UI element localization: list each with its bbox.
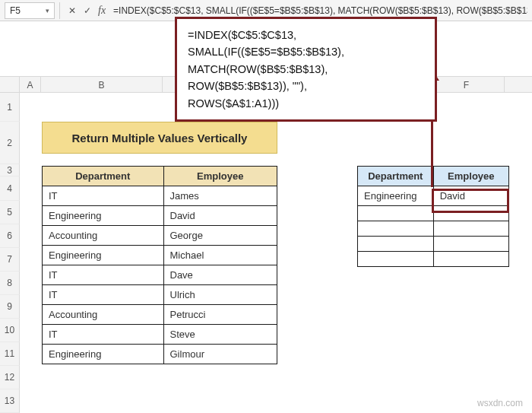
cancel-icon[interactable]: ✕ — [65, 5, 80, 16]
main-head-employee: Employee — [163, 167, 277, 186]
cell-dept[interactable]: Accounting — [43, 305, 164, 325]
lookup-dept[interactable] — [358, 252, 434, 267]
cell-dept[interactable]: IT — [43, 265, 164, 285]
lookup-emp[interactable] — [433, 206, 508, 221]
row-header-11[interactable]: 11 — [0, 342, 20, 366]
main-head-department: Department — [43, 167, 164, 186]
name-box-dropdown-icon[interactable]: ▾ — [46, 7, 49, 14]
cell-dept[interactable]: Accounting — [43, 226, 164, 246]
cell-emp[interactable]: Gilmour — [163, 345, 277, 364]
cell-emp[interactable]: George — [163, 226, 277, 246]
row-header-10[interactable]: 10 — [0, 319, 20, 342]
cell-emp[interactable]: Ulrich — [163, 285, 277, 305]
lookup-dept[interactable]: Engineering — [358, 186, 434, 206]
table-row — [358, 237, 509, 252]
page-title: Return Multiple Values Vertically — [42, 122, 277, 154]
lookup-emp[interactable] — [433, 221, 508, 237]
row-header-4[interactable]: 4 — [0, 176, 20, 201]
row-header-8[interactable]: 8 — [0, 272, 20, 295]
page-title-text: Return Multiple Values Vertically — [72, 132, 248, 145]
table-row: EngineeringDavid — [43, 206, 277, 226]
callout-line-1: =INDEX($C$5:$C$13, SMALL(IF(($E$5=$B$5:$… — [188, 27, 424, 61]
name-box[interactable]: F5 ▾ — [5, 2, 55, 19]
table-row: ITDave — [43, 265, 277, 285]
lookup-dept[interactable] — [358, 206, 434, 221]
table-row: AccountingPetrucci — [43, 305, 277, 325]
table-row: EngineeringGilmour — [43, 345, 277, 364]
callout-line-3: ROWS($A$1:A1))) — [188, 95, 424, 112]
row-header-6[interactable]: 6 — [0, 224, 20, 248]
row-header-12[interactable]: 12 — [0, 366, 20, 389]
cell-emp[interactable]: Michael — [163, 246, 277, 265]
row-header-3[interactable]: 3 — [0, 164, 20, 176]
row-header-7[interactable]: 7 — [0, 248, 20, 272]
row-header-1[interactable]: 1 — [0, 93, 20, 122]
table-row: ITSteve — [43, 325, 277, 345]
cell-dept[interactable]: IT — [43, 285, 164, 305]
col-header-B[interactable]: B — [41, 77, 163, 92]
main-data-table: Department Employee ITJames EngineeringD… — [42, 166, 277, 364]
col-header-F[interactable]: F — [429, 77, 505, 92]
row-header-5[interactable]: 5 — [0, 201, 20, 224]
row-header-2[interactable]: 2 — [0, 122, 20, 164]
select-all-corner[interactable] — [0, 77, 20, 92]
table-row — [358, 221, 509, 237]
fx-icon[interactable]: fx — [95, 5, 109, 17]
cell-emp[interactable]: David — [163, 206, 277, 226]
lookup-head-department: Department — [358, 167, 434, 186]
cell-emp[interactable]: James — [163, 186, 277, 206]
table-row — [358, 252, 509, 267]
name-box-text: F5 — [10, 5, 46, 16]
lookup-emp[interactable] — [433, 237, 508, 252]
cell-dept[interactable]: IT — [43, 186, 164, 206]
enter-icon[interactable]: ✓ — [80, 5, 95, 16]
cell-dept[interactable]: IT — [43, 325, 164, 345]
formula-input[interactable]: =INDEX($C$5:$C$13, SMALL(IF(($E$5=$B$5:$… — [109, 5, 527, 16]
lookup-emp[interactable] — [433, 252, 508, 267]
formula-callout: =INDEX($C$5:$C$13, SMALL(IF(($E$5=$B$5:$… — [175, 17, 437, 122]
lookup-emp[interactable]: David — [433, 186, 508, 206]
cell-dept[interactable]: Engineering — [43, 246, 164, 265]
lookup-head-employee: Employee — [433, 167, 508, 186]
lookup-dept[interactable] — [358, 221, 434, 237]
watermark: wsxdn.com — [477, 398, 523, 408]
table-row: ITUlrich — [43, 285, 277, 305]
table-row: AccountingGeorge — [43, 226, 277, 246]
cell-emp[interactable]: Petrucci — [163, 305, 277, 325]
table-row: ITJames — [43, 186, 277, 206]
cell-dept[interactable]: Engineering — [43, 345, 164, 364]
lookup-dept[interactable] — [358, 237, 434, 252]
col-header-A[interactable]: A — [20, 77, 41, 92]
table-row — [358, 206, 509, 221]
cell-dept[interactable]: Engineering — [43, 206, 164, 226]
callout-line-2: MATCH(ROW($B$5:$B$13), ROW($B$5:$B$13)),… — [188, 61, 424, 95]
row-header-13[interactable]: 13 — [0, 389, 20, 413]
cell-emp[interactable]: Steve — [163, 325, 277, 345]
row-header-9[interactable]: 9 — [0, 295, 20, 319]
cell-emp[interactable]: Dave — [163, 265, 277, 285]
divider — [59, 2, 60, 19]
table-row: EngineeringMichael — [43, 246, 277, 265]
